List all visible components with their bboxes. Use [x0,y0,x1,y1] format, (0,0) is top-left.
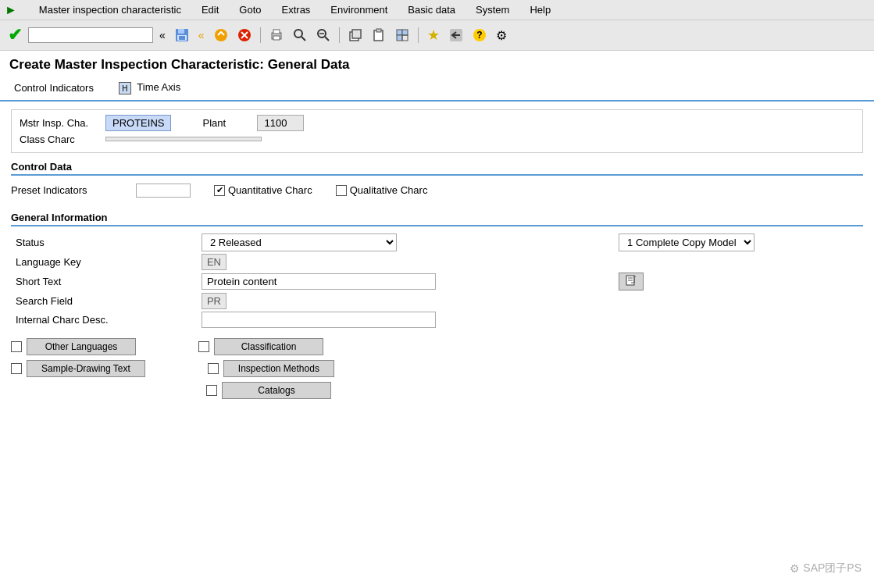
svg-rect-3 [179,36,185,40]
find2-button[interactable] [313,27,334,44]
svg-point-4 [215,29,227,41]
settings-button[interactable]: ⚙ [493,27,510,45]
time-axis-icon: H [119,82,131,94]
save-button[interactable] [172,27,192,44]
catalogs-checkbox[interactable] [206,385,217,396]
qualitative-charc-wrap: Qualitative Charc [336,184,428,196]
quantitative-label: Quantitative Charc [228,184,312,196]
tab-time-axis[interactable]: H Time Axis [114,79,185,97]
copy-button[interactable] [345,27,366,44]
mstr-row: Mstr Insp. Cha. PROTEINS Plant 1100 [20,115,854,131]
search-field-row: Search Field PR [11,293,863,309]
menu-environment[interactable]: Environment [327,2,391,17]
svg-point-11 [294,30,302,37]
search-field-label: Search Field [11,293,197,309]
quantitative-checkbox[interactable]: ✔ [214,185,225,196]
print-button[interactable] [266,27,287,44]
qualitative-label: Qualitative Charc [350,184,428,196]
svg-rect-10 [273,36,280,40]
mstr-insp-label: Mstr Insp. Cha. [20,117,98,129]
button-row-3: Catalogs [11,382,863,399]
svg-rect-21 [402,30,408,35]
status-select[interactable]: 2 Released 1 Draft 3 Locked [202,233,397,251]
svg-rect-23 [402,35,408,41]
short-text-input[interactable] [202,273,436,290]
language-key-row: Language Key EN [11,254,863,270]
svg-rect-22 [397,35,402,41]
preset-indicators-label: Preset Indicators [11,184,112,196]
preset-indicators-input[interactable] [136,184,191,198]
plant-label: Plant [202,117,249,129]
back-double-button[interactable]: « [156,27,169,43]
general-info-header: General Information [11,212,863,226]
internal-charc-row: Internal Charc Desc. [11,309,863,330]
menu-edit[interactable]: Edit [198,2,222,17]
tab-control-indicators[interactable]: Control Indicators [9,80,98,96]
control-data-header: Control Data [11,161,863,176]
cancel-button[interactable] [234,27,255,44]
page-title: Create Master Inspection Characteristic:… [0,51,874,76]
class-charc-value[interactable] [105,137,262,141]
short-text-row: Short Text [11,270,863,293]
menu-help[interactable]: Help [526,2,554,17]
main-content: Mstr Insp. Cha. PROTEINS Plant 1100 Clas… [0,102,874,412]
toolbar-sep1 [260,27,261,43]
short-text-label: Short Text [11,270,197,293]
nav-button[interactable] [211,27,231,44]
other-languages-button[interactable]: Other Languages [27,338,136,355]
inspection-methods-button[interactable]: Inspection Methods [223,360,334,377]
inspection-methods-wrap: Inspection Methods [208,360,334,377]
classification-checkbox[interactable] [198,341,209,352]
svg-rect-1 [178,29,184,34]
classification-wrap: Classification [198,338,323,355]
bookmark-button[interactable]: ★ [424,25,443,45]
status-label: Status [11,231,197,254]
general-info-table: Status 2 Released 1 Draft 3 Locked 1 Com… [11,231,863,330]
sample-drawing-checkbox[interactable] [11,363,22,374]
buttons-area: Other Languages Classification Sample-Dr… [11,338,863,399]
inspection-methods-checkbox[interactable] [208,363,219,374]
catalogs-button[interactable]: Catalogs [222,382,331,399]
toolbar-input[interactable] [28,27,153,43]
toolbar-sep2 [339,27,340,43]
svg-rect-17 [352,30,361,38]
svg-text:?: ? [476,30,482,41]
internal-charc-input[interactable] [202,312,436,328]
plant-value: 1100 [257,115,304,131]
menu-system[interactable]: System [473,2,512,17]
status-row: Status 2 Released 1 Draft 3 Locked 1 Com… [11,231,863,254]
tab-bar: Control Indicators H Time Axis [0,76,874,102]
language-key-label: Language Key [11,254,197,270]
mstr-area: Mstr Insp. Cha. PROTEINS Plant 1100 Clas… [11,109,863,153]
toolbar-sep3 [418,27,419,43]
menu-extras[interactable]: Extras [279,2,314,17]
control-data-row: Preset Indicators ✔ Quantitative Charc Q… [11,180,863,201]
class-charc-label: Class Charc [20,134,98,145]
menu-master-inspection[interactable]: Master inspection characteristic [36,2,184,17]
catalogs-wrap: Catalogs [206,382,331,399]
back-double2-button[interactable]: « [195,27,208,43]
help-button[interactable]: ? [469,27,490,44]
menu-bar: ► Master inspection characteristic Edit … [0,0,874,20]
quantitative-charc-wrap: ✔ Quantitative Charc [214,184,312,196]
other-languages-wrap: Other Languages [11,338,136,355]
back3-button[interactable] [446,27,466,44]
svg-rect-9 [273,30,280,34]
nav2-button[interactable] [392,27,412,44]
short-text-btn[interactable] [619,273,644,290]
qualitative-checkbox[interactable] [336,185,347,196]
find-button[interactable] [290,27,310,44]
menu-goto[interactable]: Goto [236,2,264,17]
checkmark-button[interactable]: ✔ [5,23,25,47]
tab-control-indicators-label: Control Indicators [14,82,94,94]
svg-line-14 [325,37,329,41]
copy-model-select[interactable]: 1 Complete Copy Model 2 Partial Copy Mod… [619,233,754,251]
mstr-insp-value: PROTEINS [105,115,171,131]
menu-basic-data[interactable]: Basic data [405,2,458,17]
other-languages-checkbox[interactable] [11,341,22,352]
classification-button[interactable]: Classification [214,338,323,355]
language-key-value: EN [202,254,227,270]
sample-drawing-button[interactable]: Sample-Drawing Text [27,360,145,377]
sap-logo-icon: ► [5,3,17,17]
paste-button[interactable] [369,27,389,44]
